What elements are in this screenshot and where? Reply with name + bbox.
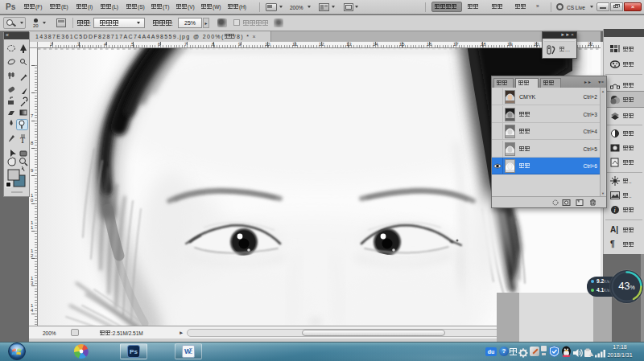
svg-text:T: T xyxy=(20,136,25,145)
svg-text:i: i xyxy=(614,207,616,214)
